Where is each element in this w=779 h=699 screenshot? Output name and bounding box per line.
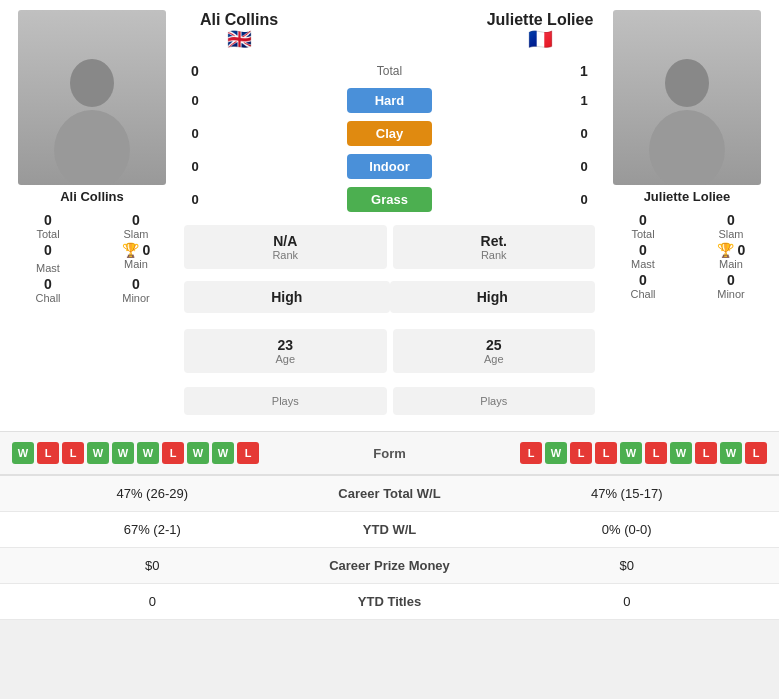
left-main-val: 0 <box>143 242 151 258</box>
clay-badge: Clay <box>347 121 432 146</box>
form-badge-l: L <box>745 442 767 464</box>
stats-row-1: 67% (2-1)YTD W/L0% (0-0) <box>0 512 779 548</box>
right-total-item: 0 Total <box>603 212 683 240</box>
form-badge-l: L <box>237 442 259 464</box>
right-total-lbl: Total <box>631 228 654 240</box>
form-badge-w: W <box>12 442 34 464</box>
high-row: High High <box>184 281 595 313</box>
stats-table-wrapper: 47% (26-29)Career Total W/L47% (15-17)67… <box>0 476 779 620</box>
grass-score-row: 0 Grass 0 <box>184 184 595 215</box>
right-indoor-score: 0 <box>573 159 595 174</box>
left-hard-score: 0 <box>184 93 206 108</box>
right-player-avatar <box>613 10 761 185</box>
stat-left-0: 47% (26-29) <box>15 486 290 501</box>
form-section: WLLWWWLWWL Form LWLLWLWLWL <box>0 432 779 475</box>
stat-center-1: YTD W/L <box>290 522 490 537</box>
svg-point-1 <box>54 110 130 185</box>
left-chall-lbl: Chall <box>35 292 60 304</box>
right-slam-item: 0 Slam <box>691 212 771 240</box>
form-badge-l: L <box>162 442 184 464</box>
form-badge-l: L <box>570 442 592 464</box>
left-age-card: 23 Age <box>184 329 387 373</box>
main-container: Ali Collins 0 Total 0 Slam 0 Mast 🏆 <box>0 0 779 620</box>
left-slam-item: 0 Slam <box>96 212 176 240</box>
right-chall-item: 0 Chall <box>603 272 683 300</box>
right-plays-lbl: Plays <box>399 395 590 407</box>
right-grass-score: 0 <box>573 192 595 207</box>
stats-row-2: $0Career Prize Money$0 <box>0 548 779 584</box>
left-age-lbl: Age <box>190 353 381 365</box>
svg-point-3 <box>649 110 725 185</box>
right-mast-val: 0 <box>639 242 647 258</box>
right-form-badges: LWLLWLWLWL <box>520 442 767 464</box>
right-rank-val: Ret. <box>399 233 590 249</box>
left-player-column: Ali Collins 0 Total 0 Slam 0 Mast 🏆 <box>8 10 176 421</box>
left-heading-name: Ali Collins <box>184 10 294 29</box>
left-main-item: 🏆 0 Main <box>96 242 176 274</box>
form-badge-w: W <box>545 442 567 464</box>
left-main-lbl: Main <box>124 258 148 270</box>
right-mast-lbl: Mast <box>631 258 655 270</box>
left-stats-grid: 0 Total 0 Slam 0 Mast 🏆 0 Main <box>8 212 176 304</box>
left-minor-item: 0 Minor <box>96 276 176 304</box>
left-plays-lbl: Plays <box>190 395 381 407</box>
form-badge-w: W <box>212 442 234 464</box>
right-minor-item: 0 Minor <box>691 272 771 300</box>
svg-point-0 <box>70 59 114 107</box>
form-badge-w: W <box>137 442 159 464</box>
stats-row-3: 0YTD Titles0 <box>0 584 779 620</box>
form-badge-l: L <box>520 442 542 464</box>
left-high-val: High <box>190 289 384 305</box>
form-badge-l: L <box>595 442 617 464</box>
left-clay-score: 0 <box>184 126 206 141</box>
left-slam-lbl: Slam <box>123 228 148 240</box>
left-total-lbl: Total <box>36 228 59 240</box>
left-chall-item: 0 Chall <box>8 276 88 304</box>
right-slam-val: 0 <box>727 212 735 228</box>
stat-right-3: 0 <box>490 594 765 609</box>
left-plays-card: Plays <box>184 387 387 415</box>
indoor-badge: Indoor <box>347 154 432 179</box>
left-mast-val: 0 <box>44 242 52 258</box>
form-badge-w: W <box>720 442 742 464</box>
form-badge-w: W <box>670 442 692 464</box>
stats-row-0: 47% (26-29)Career Total W/L47% (15-17) <box>0 476 779 512</box>
form-badge-w: W <box>112 442 134 464</box>
left-high-card: High <box>184 281 390 313</box>
left-slam-val: 0 <box>132 212 140 228</box>
right-player-name: Juliette Loliee <box>644 189 731 204</box>
left-total-score: 0 <box>184 63 206 79</box>
left-player-name: Ali Collins <box>60 189 124 204</box>
stat-right-0: 47% (15-17) <box>490 486 765 501</box>
center-column: Ali Collins 🇬🇧 Juliette Loliee 🇫🇷 0 Tota… <box>184 10 595 421</box>
total-score-row: 0 Total 1 <box>184 57 595 83</box>
right-name-flag-block: Juliette Loliee 🇫🇷 <box>485 10 595 49</box>
left-trophy-icon: 🏆 <box>122 242 139 258</box>
form-label: Form <box>373 446 406 461</box>
right-trophy-icon: 🏆 <box>717 242 734 258</box>
comparison-section: Ali Collins 0 Total 0 Slam 0 Mast 🏆 <box>0 0 779 431</box>
stat-center-2: Career Prize Money <box>290 558 490 573</box>
left-age-val: 23 <box>190 337 381 353</box>
left-rank-val: N/A <box>190 233 381 249</box>
left-player-avatar <box>18 10 166 185</box>
info-cards-row: N/A Rank Ret. Rank <box>184 225 595 269</box>
stat-left-1: 67% (2-1) <box>15 522 290 537</box>
right-age-card: 25 Age <box>393 329 596 373</box>
right-chall-lbl: Chall <box>630 288 655 300</box>
form-badge-w: W <box>87 442 109 464</box>
form-badge-w: W <box>620 442 642 464</box>
age-row: 23 Age 25 Age <box>184 329 595 373</box>
right-total-val: 0 <box>639 212 647 228</box>
left-rank-lbl: Rank <box>190 249 381 261</box>
stat-center-0: Career Total W/L <box>290 486 490 501</box>
stat-center-3: YTD Titles <box>290 594 490 609</box>
right-rank-lbl: Rank <box>399 249 590 261</box>
hard-badge: Hard <box>347 88 432 113</box>
right-age-val: 25 <box>399 337 590 353</box>
left-mast-lbl: Mast <box>36 262 60 274</box>
right-age-lbl: Age <box>399 353 590 365</box>
left-flag: 🇬🇧 <box>184 29 294 49</box>
form-badge-l: L <box>645 442 667 464</box>
left-name-flag-block: Ali Collins 🇬🇧 <box>184 10 294 49</box>
